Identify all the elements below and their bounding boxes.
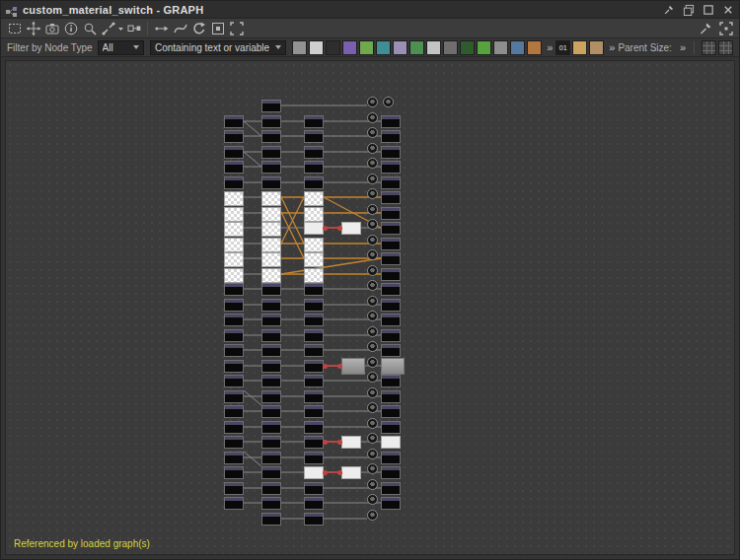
graph-node[interactable] bbox=[261, 513, 281, 525]
graph-node[interactable] bbox=[381, 238, 401, 250]
graph-node[interactable] bbox=[304, 375, 324, 387]
graph-node[interactable] bbox=[304, 452, 324, 464]
graph-node[interactable] bbox=[304, 436, 324, 449]
output-node[interactable] bbox=[367, 402, 378, 413]
graph-node[interactable] bbox=[261, 329, 281, 342]
output-node[interactable] bbox=[367, 341, 378, 352]
output-node[interactable] bbox=[367, 326, 378, 337]
output-node[interactable] bbox=[367, 311, 378, 321]
graph-node[interactable] bbox=[261, 497, 281, 510]
pan-tool[interactable] bbox=[24, 20, 42, 37]
graph-node[interactable] bbox=[224, 130, 244, 143]
graph-node[interactable] bbox=[224, 390, 244, 403]
graph-node[interactable] bbox=[381, 375, 401, 387]
red-connector-dot[interactable] bbox=[323, 226, 328, 231]
graph-node[interactable] bbox=[261, 314, 281, 326]
filter-icon-blur[interactable] bbox=[393, 40, 407, 55]
graph-node[interactable] bbox=[341, 222, 361, 235]
close-icon[interactable] bbox=[721, 3, 735, 17]
graph-node[interactable] bbox=[224, 466, 244, 479]
graph-node[interactable] bbox=[381, 314, 401, 326]
graph-node[interactable] bbox=[304, 482, 324, 495]
graph-node[interactable] bbox=[304, 360, 324, 373]
filter-icon-blend[interactable] bbox=[376, 40, 391, 55]
output-node[interactable] bbox=[367, 296, 378, 307]
graph-node[interactable] bbox=[304, 497, 324, 510]
info-tool[interactable] bbox=[61, 20, 80, 37]
graph-node[interactable] bbox=[261, 466, 281, 479]
graph-node[interactable] bbox=[224, 497, 244, 510]
graph-node[interactable] bbox=[381, 252, 401, 265]
graph-node[interactable] bbox=[381, 358, 405, 375]
filter-icon-vegetation[interactable] bbox=[477, 40, 491, 55]
pin-view-icon[interactable] bbox=[696, 20, 714, 37]
graph-node[interactable] bbox=[261, 436, 281, 449]
graph-node[interactable] bbox=[381, 390, 401, 403]
graph-node[interactable] bbox=[381, 329, 401, 342]
red-connector-dot[interactable] bbox=[337, 470, 342, 475]
output-node[interactable] bbox=[367, 219, 378, 230]
output-node[interactable] bbox=[367, 463, 378, 474]
graph-node[interactable] bbox=[304, 252, 324, 267]
graph-node[interactable] bbox=[381, 299, 401, 312]
graph-node[interactable] bbox=[261, 405, 281, 418]
filter-icon-overflow-2[interactable]: » bbox=[606, 41, 618, 53]
output-node[interactable] bbox=[367, 280, 378, 291]
filter-icon-bitmap[interactable] bbox=[292, 40, 307, 55]
refresh-tool[interactable] bbox=[189, 20, 208, 37]
graph-node[interactable] bbox=[261, 252, 281, 267]
graph-node[interactable] bbox=[381, 452, 401, 464]
graph-node[interactable] bbox=[261, 238, 281, 252]
graph-node[interactable] bbox=[304, 283, 324, 296]
filter-icon-checker-pattern[interactable] bbox=[426, 40, 441, 55]
graph-node[interactable] bbox=[224, 360, 244, 373]
filter-icon-svg[interactable] bbox=[309, 40, 324, 55]
search-tool[interactable] bbox=[80, 20, 99, 37]
graph-node[interactable] bbox=[304, 222, 324, 235]
output-node[interactable] bbox=[367, 449, 378, 459]
graph-node[interactable] bbox=[224, 421, 244, 434]
graph-node[interactable] bbox=[381, 222, 401, 235]
output-node[interactable] bbox=[367, 479, 378, 490]
graph-node[interactable] bbox=[261, 421, 281, 434]
graph-node[interactable] bbox=[224, 191, 244, 206]
output-node[interactable] bbox=[383, 97, 394, 107]
graph-node[interactable] bbox=[304, 238, 324, 252]
graph-node[interactable] bbox=[261, 115, 281, 128]
output-node[interactable] bbox=[367, 235, 378, 245]
graph-node[interactable] bbox=[261, 191, 281, 206]
graph-node[interactable] bbox=[304, 115, 324, 128]
graph-node[interactable] bbox=[224, 115, 244, 128]
output-node[interactable] bbox=[367, 174, 378, 184]
graph-node[interactable] bbox=[224, 161, 244, 174]
graph-node[interactable] bbox=[304, 314, 324, 326]
graph-node[interactable] bbox=[224, 207, 244, 222]
output-node[interactable] bbox=[367, 510, 378, 521]
filter-icon-sand[interactable] bbox=[572, 40, 587, 55]
graph-node[interactable] bbox=[381, 191, 401, 204]
marquee-select-tool[interactable] bbox=[5, 20, 24, 37]
graph-canvas[interactable]: Referenced by loaded graph(s) bbox=[5, 60, 735, 555]
filter-icon-landscape[interactable] bbox=[510, 40, 525, 55]
straight-links-tool[interactable] bbox=[152, 20, 171, 37]
graph-node[interactable] bbox=[224, 375, 244, 387]
graph-node[interactable] bbox=[381, 268, 401, 281]
graph-node[interactable] bbox=[224, 283, 244, 296]
output-node[interactable] bbox=[367, 249, 378, 260]
text-filter-dropdown[interactable]: Containing text or variable bbox=[150, 40, 286, 55]
frame-all-icon[interactable] bbox=[716, 20, 735, 37]
frame-selection-tool[interactable] bbox=[227, 20, 246, 37]
graph-node[interactable] bbox=[261, 390, 281, 403]
output-node[interactable] bbox=[367, 204, 378, 215]
red-connector-dot[interactable] bbox=[337, 226, 342, 231]
output-node[interactable] bbox=[367, 418, 378, 429]
pin-icon[interactable] bbox=[662, 3, 676, 17]
graph-node[interactable] bbox=[304, 299, 324, 312]
graph-node[interactable] bbox=[341, 358, 365, 375]
parent-size-overflow-icon[interactable]: » bbox=[677, 41, 689, 53]
output-node[interactable] bbox=[367, 188, 378, 199]
output-node[interactable] bbox=[367, 265, 378, 276]
graph-node[interactable] bbox=[304, 207, 324, 222]
filter-icon-uniform-grayscale[interactable] bbox=[326, 40, 340, 55]
node-type-dropdown[interactable]: All bbox=[98, 40, 144, 55]
